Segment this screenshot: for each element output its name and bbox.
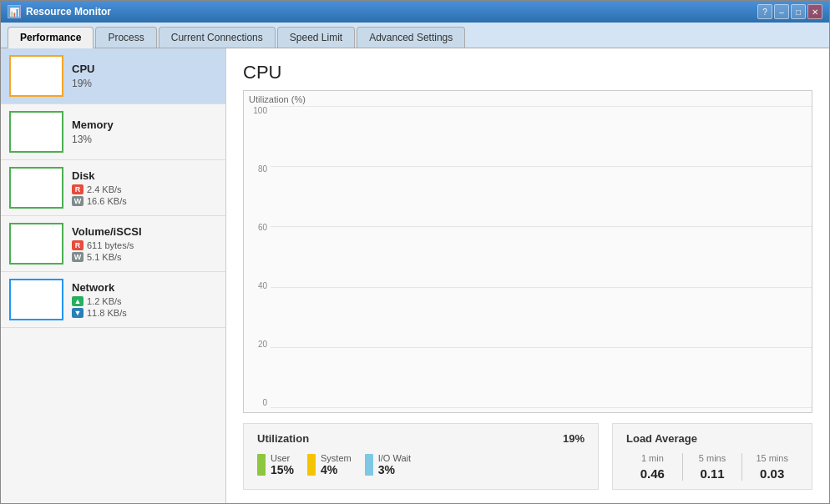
chart-y-labels: 100 80 60 40 20 0 [244,91,271,412]
volume-read-row: R 611 bytes/s [72,240,217,250]
volume-io: R 611 bytes/s W 5.1 KB/s [72,240,217,262]
load-5mins: 5 mins 0.11 [686,453,739,481]
titlebar: 📊 Resource Monitor ? – □ ✕ [1,1,829,23]
utilization-box: Utilization 19% User 15% [243,423,599,490]
sidebar: CPU 19% Memory 13% Disk [1,48,226,503]
memory-thumbnail [9,111,63,153]
legend-system-bar [307,454,316,476]
disk-read-value: 2.4 KB/s [87,184,122,194]
disk-info: Disk R 2.4 KB/s W 16.6 KB/s [72,169,217,206]
sidebar-item-network[interactable]: Network ▲ 1.2 KB/s ▼ 11.8 KB/s [1,272,225,328]
grid-60 [271,226,812,227]
load-divider-1 [682,453,683,481]
main-content: CPU 19% Memory 13% Disk [1,48,829,503]
close-button[interactable]: ✕ [807,4,822,19]
load-avg-box: Load Average 1 min 0.46 5 mins 0.11 [612,423,812,490]
memory-value: 13% [72,134,217,145]
volume-thumbnail [9,223,63,265]
sidebar-item-cpu[interactable]: CPU 19% [1,48,225,104]
network-down-badge: ▼ [72,308,84,318]
cpu-info: CPU 19% [72,63,217,89]
network-up-row: ▲ 1.2 KB/s [72,296,217,306]
volume-read-badge: R [72,240,84,250]
legend-iowait-label: I/O Wait [378,453,411,463]
grid-100 [271,106,812,107]
legend-user-label: User [271,453,294,463]
volume-write-row: W 5.1 KB/s [72,252,217,262]
grid-20 [271,347,812,348]
tab-connections[interactable]: Current Connections [159,27,276,48]
main-window: 📊 Resource Monitor ? – □ ✕ Performance P… [0,0,830,504]
load-15mins-period: 15 mins [756,453,788,463]
tab-performance[interactable]: Performance [8,27,94,48]
disk-write-value: 16.6 KB/s [87,196,127,206]
app-icon: 📊 [8,5,21,18]
sidebar-item-volume[interactable]: Volume/iSCSI R 611 bytes/s W 5.1 KB/s [1,216,225,272]
tab-speed[interactable]: Speed Limit [277,27,355,48]
sidebar-item-disk[interactable]: Disk R 2.4 KB/s W 16.6 KB/s [1,160,225,216]
disk-read-row: R 2.4 KB/s [72,184,217,194]
y-label-40: 40 [244,281,271,290]
volume-info: Volume/iSCSI R 611 bytes/s W 5.1 KB/s [72,225,217,262]
minimize-button[interactable]: – [774,4,789,19]
maximize-button[interactable]: □ [791,4,806,19]
load-1min-value: 0.46 [640,466,665,481]
legend-user: User 15% [257,453,294,476]
tab-process[interactable]: Process [95,27,156,48]
legend-system-label: System [321,453,352,463]
detail-panel: CPU Utilization (%) 100 80 60 40 20 0 [226,48,829,503]
disk-title: Disk [72,169,217,182]
grid-80 [271,166,812,167]
legend-system-info: System 4% [321,453,352,476]
network-info: Network ▲ 1.2 KB/s ▼ 11.8 KB/s [72,281,217,318]
load-values: 1 min 0.46 5 mins 0.11 15 mins 0.03 [626,453,798,481]
volume-write-value: 5.1 KB/s [87,252,122,262]
load-1min: 1 min 0.46 [626,453,679,481]
load-15mins-value: 0.03 [760,466,784,481]
legend-iowait-value: 3% [378,463,411,476]
util-header: Utilization 19% [257,432,585,445]
disk-read-badge: R [72,184,84,194]
network-up-badge: ▲ [72,296,84,306]
network-up-value: 1.2 KB/s [87,296,122,306]
detail-title: CPU [243,62,812,83]
legend-system-value: 4% [321,463,352,476]
legend-system: System 4% [307,453,352,476]
stats-row: Utilization 19% User 15% [243,423,812,490]
load-divider-2 [741,453,742,481]
grid-40 [271,287,812,288]
window-controls: ? – □ ✕ [757,4,822,19]
util-title: Utilization [257,432,309,445]
y-label-0: 0 [244,398,271,407]
help-button[interactable]: ? [757,4,772,19]
y-label-60: 60 [244,223,271,232]
load-avg-title: Load Average [626,432,798,445]
disk-write-badge: W [72,196,84,206]
sidebar-item-memory[interactable]: Memory 13% [1,104,225,160]
load-1min-period: 1 min [641,453,664,463]
cpu-chart: Utilization (%) 100 80 60 40 20 0 [243,90,812,413]
titlebar-left: 📊 Resource Monitor [8,5,111,18]
cpu-thumbnail [9,55,63,97]
cpu-value: 19% [72,78,217,89]
load-5mins-period: 5 mins [699,453,726,463]
volume-read-value: 611 bytes/s [87,240,134,250]
grid-0 [271,407,812,408]
network-thumbnail [9,279,63,320]
disk-io: R 2.4 KB/s W 16.6 KB/s [72,184,217,206]
legend-iowait-bar [365,454,373,476]
y-label-20: 20 [244,340,271,349]
load-15mins: 15 mins 0.03 [746,453,798,481]
network-title: Network [72,281,217,294]
network-down-row: ▼ 11.8 KB/s [72,308,217,318]
volume-title: Volume/iSCSI [72,225,217,238]
cpu-title: CPU [72,63,217,75]
util-legend: User 15% System 4% [257,453,585,476]
disk-write-row: W 16.6 KB/s [72,196,217,206]
network-io: ▲ 1.2 KB/s ▼ 11.8 KB/s [72,296,217,318]
tab-advanced[interactable]: Advanced Settings [357,27,465,48]
memory-title: Memory [72,118,217,131]
legend-iowait: I/O Wait 3% [365,453,411,476]
network-down-value: 11.8 KB/s [87,308,127,318]
legend-user-value: 15% [271,463,294,476]
